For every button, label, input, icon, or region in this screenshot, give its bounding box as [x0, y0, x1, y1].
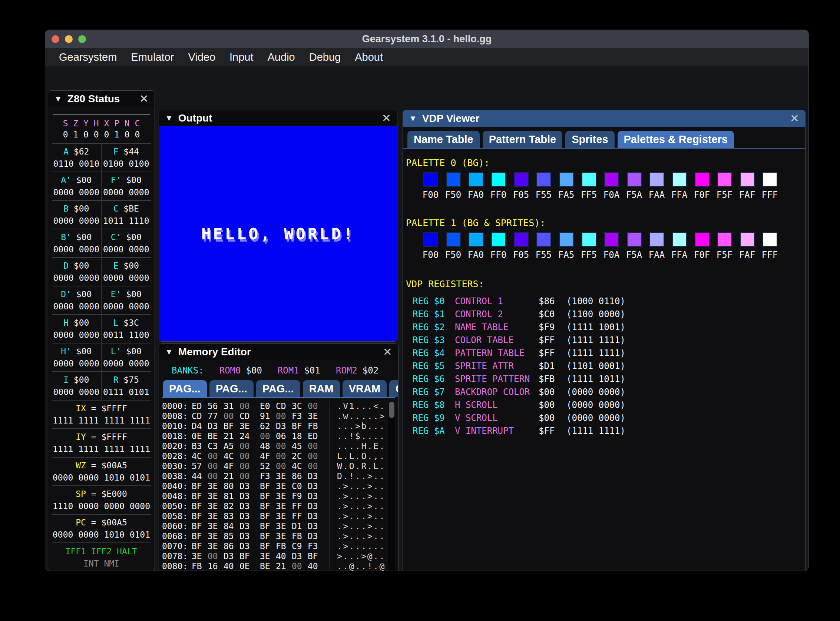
hex-byte-cell[interactable]: BF: [192, 511, 208, 521]
hex-byte-cell[interactable]: 3E: [260, 551, 276, 561]
close-window-button[interactable]: [52, 35, 59, 43]
hex-byte-cell[interactable]: BF: [260, 491, 276, 501]
hex-byte-cell[interactable]: 00: [223, 411, 240, 421]
hex-byte-cell[interactable]: 86: [223, 541, 240, 551]
menu-item-emulator[interactable]: Emulator: [124, 51, 181, 64]
hex-byte-cell[interactable]: 06: [276, 431, 292, 441]
hex-byte-cell[interactable]: 00: [208, 461, 223, 471]
hex-byte-cell[interactable]: FF: [292, 511, 308, 521]
hex-byte-cell[interactable]: 82: [223, 501, 240, 511]
close-icon[interactable]: ✕: [382, 113, 391, 124]
hex-byte-cell[interactable]: 4F: [260, 451, 276, 461]
hex-byte-cell[interactable]: 62: [260, 421, 276, 431]
hex-byte-cell[interactable]: D3: [223, 551, 240, 561]
hex-byte-cell[interactable]: 3E: [208, 481, 223, 491]
collapse-arrow-icon[interactable]: ▼: [409, 115, 417, 123]
hex-byte-cell[interactable]: FB: [292, 531, 308, 541]
hex-byte-cell[interactable]: 80: [223, 481, 240, 491]
hex-byte-cell[interactable]: 00: [208, 551, 223, 561]
vdp-panel-titlebar[interactable]: ▼ VDP Viewer ✕: [403, 110, 805, 127]
hex-byte-cell[interactable]: F9: [292, 491, 308, 501]
hex-byte-cell[interactable]: D3: [240, 531, 255, 541]
hex-byte-cell[interactable]: 40: [223, 561, 240, 571]
hex-byte-cell[interactable]: BF: [223, 421, 240, 431]
hex-byte-cell[interactable]: 85: [223, 531, 240, 541]
hex-byte-cell[interactable]: 00: [308, 401, 324, 411]
hex-byte-cell[interactable]: D3: [308, 501, 324, 511]
hex-byte-cell[interactable]: 52: [260, 461, 276, 471]
hex-byte-cell[interactable]: 00: [240, 451, 255, 461]
memory-tab-3[interactable]: RAM: [303, 380, 340, 397]
scrollbar-thumb[interactable]: [389, 401, 394, 418]
hex-byte-cell[interactable]: 3E: [240, 421, 255, 431]
menu-item-gearsystem[interactable]: Gearsystem: [52, 51, 124, 64]
hex-byte-cell[interactable]: BF: [260, 501, 276, 511]
hex-byte-cell[interactable]: D3: [308, 481, 324, 491]
hex-byte-cell[interactable]: C3: [208, 441, 223, 451]
hex-byte-cell[interactable]: 86: [292, 471, 308, 481]
memory-tab-2[interactable]: PAG...: [256, 380, 300, 397]
menu-item-about[interactable]: About: [348, 51, 390, 64]
hex-byte-cell[interactable]: 4F: [223, 461, 240, 471]
close-icon[interactable]: ✕: [790, 113, 799, 124]
hex-byte-cell[interactable]: 3E: [276, 501, 292, 511]
memory-tab-5[interactable]: CRAM: [389, 380, 399, 397]
vdp-tab-2[interactable]: Sprites: [565, 131, 614, 148]
hex-byte-cell[interactable]: 4C: [223, 451, 240, 461]
hex-byte-cell[interactable]: 84: [223, 521, 240, 531]
hex-byte-cell[interactable]: BF: [192, 501, 208, 511]
hex-byte-cell[interactable]: 00: [276, 461, 292, 471]
hex-byte-cell[interactable]: F3: [260, 471, 276, 481]
collapse-arrow-icon[interactable]: ▼: [165, 348, 173, 356]
hex-byte-cell[interactable]: 24: [240, 431, 255, 441]
hex-byte-cell[interactable]: BE: [260, 561, 276, 571]
hex-byte-cell[interactable]: BF: [308, 551, 324, 561]
hex-byte-cell[interactable]: 3E: [276, 511, 292, 521]
hex-byte-cell[interactable]: CD: [276, 401, 292, 411]
hex-byte-cell[interactable]: 21: [276, 561, 292, 571]
hex-byte-cell[interactable]: 56: [208, 401, 223, 411]
hex-byte-cell[interactable]: BF: [260, 511, 276, 521]
output-panel-titlebar[interactable]: ▼ Output ✕: [159, 110, 397, 126]
hex-byte-cell[interactable]: D3: [308, 491, 324, 501]
hex-byte-cell[interactable]: D3: [308, 511, 324, 521]
hex-byte-cell[interactable]: D3: [240, 541, 255, 551]
memory-panel-titlebar[interactable]: ▼ Memory Editor ✕: [159, 344, 398, 360]
hex-byte-cell[interactable]: D3: [240, 501, 255, 511]
hex-byte-cell[interactable]: 00: [308, 441, 324, 451]
hex-scrollbar[interactable]: [388, 401, 395, 571]
hex-byte-cell[interactable]: 00: [276, 441, 292, 451]
hex-byte-cell[interactable]: BF: [260, 521, 276, 531]
hex-byte-cell[interactable]: 3E: [276, 531, 292, 541]
hex-byte-cell[interactable]: F3: [308, 541, 324, 551]
zoom-window-button[interactable]: [78, 35, 86, 43]
hex-byte-cell[interactable]: 21: [223, 471, 240, 481]
menu-item-video[interactable]: Video: [181, 51, 223, 64]
hex-byte-cell[interactable]: 3E: [208, 531, 223, 541]
hex-byte-cell[interactable]: CD: [192, 411, 208, 421]
hex-byte-cell[interactable]: BF: [260, 531, 276, 541]
hex-byte-cell[interactable]: 21: [223, 431, 240, 441]
vdp-tab-1[interactable]: Pattern Table: [483, 131, 563, 148]
hex-byte-cell[interactable]: 31: [223, 401, 240, 411]
memory-tab-1[interactable]: PAG...: [209, 380, 253, 397]
collapse-arrow-icon[interactable]: ▼: [165, 114, 173, 122]
hex-byte-cell[interactable]: 00: [308, 461, 324, 471]
hex-byte-cell[interactable]: 40: [276, 551, 292, 561]
hex-byte-cell[interactable]: D3: [308, 471, 324, 481]
hex-byte-cell[interactable]: 3E: [208, 491, 223, 501]
hex-byte-cell[interactable]: 3E: [208, 511, 223, 521]
hex-byte-cell[interactable]: ED: [308, 431, 324, 441]
hex-byte-cell[interactable]: CD: [240, 411, 255, 421]
hex-byte-cell[interactable]: 3E: [208, 521, 223, 531]
hex-byte-cell[interactable]: D3: [240, 481, 255, 491]
hex-byte-cell[interactable]: BF: [192, 531, 208, 541]
hex-byte-cell[interactable]: 3E: [276, 471, 292, 481]
hex-byte-cell[interactable]: D3: [308, 531, 324, 541]
hex-byte-cell[interactable]: 00: [208, 471, 223, 481]
hex-byte-cell[interactable]: ED: [192, 401, 208, 411]
vdp-tab-0[interactable]: Name Table: [407, 131, 480, 148]
hex-byte-cell[interactable]: 83: [223, 511, 240, 521]
hex-byte-cell[interactable]: F3: [292, 411, 308, 421]
hex-byte-cell[interactable]: FB: [192, 561, 208, 571]
